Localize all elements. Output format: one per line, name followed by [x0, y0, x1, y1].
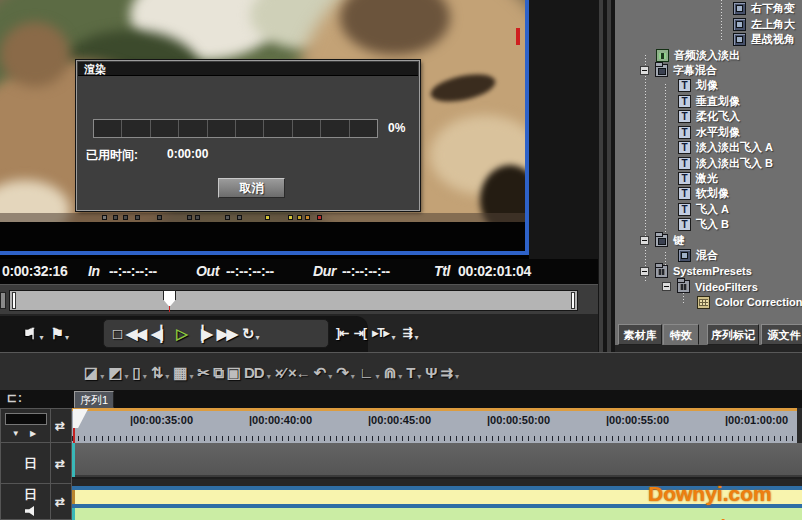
match-frame-button-dropdown[interactable]: ▾	[398, 372, 402, 381]
track-patch-va[interactable]: ⇄	[50, 483, 72, 520]
sequence-tab[interactable]: 序列1	[74, 391, 114, 408]
export-button[interactable]: ⇶	[403, 327, 412, 339]
panel-divider[interactable]	[607, 0, 611, 352]
tree-item-folder[interactable]: 字幕混合	[615, 63, 802, 78]
set-in-point-button-dropdown[interactable]: ▾	[39, 333, 43, 342]
set-out-point-button[interactable]: ⚑	[50, 326, 61, 341]
tree-item-transition[interactable]: 混合	[615, 248, 802, 263]
import-button-dropdown[interactable]: ▾	[165, 372, 169, 381]
position-scrubber[interactable]	[9, 290, 578, 311]
tree-item-title-item[interactable]: 飞入 B	[615, 217, 802, 232]
save-project-button[interactable]: ▦▾	[173, 364, 193, 381]
tree-item-title-item[interactable]: 软划像	[615, 186, 802, 201]
render-export-button[interactable]: ⇉▾	[441, 364, 460, 381]
undo-button[interactable]: ↶▾	[314, 364, 333, 381]
tree-item-sys-folder[interactable]: SystemPresets	[615, 263, 802, 278]
add-title-button[interactable]: T▾	[406, 364, 421, 381]
new-sequence-button-dropdown[interactable]: ▾	[143, 372, 147, 381]
tree-item-transition[interactable]: 右下角变	[615, 1, 802, 16]
panel-tab-inactive[interactable]: 源文件	[761, 324, 802, 345]
tree-item-title-item[interactable]: 水平划像	[615, 125, 802, 140]
rewind-button[interactable]: ◀◀	[126, 326, 145, 341]
panel-tab-inactive[interactable]: 素材库	[618, 324, 662, 345]
meter-mark	[135, 215, 140, 220]
redo-button[interactable]: ↷▾	[336, 364, 355, 381]
tree-item-sys-folder[interactable]: VideoFilters	[615, 279, 802, 294]
copy-button[interactable]: ⧉	[213, 365, 223, 380]
meter-mark	[265, 215, 270, 220]
dialog-titlebar[interactable]: 渲染	[78, 62, 418, 76]
render-export-button-dropdown[interactable]: ▾	[455, 372, 459, 381]
tree-item-transition[interactable]: 左上角大	[615, 16, 802, 31]
collapse-box[interactable]	[640, 267, 649, 276]
track-patch-master[interactable]: ⇄	[50, 408, 72, 443]
scrubber-left-nub[interactable]	[0, 292, 6, 309]
panel-divider[interactable]	[599, 0, 603, 352]
track-header-master[interactable]: ▼ ▶	[0, 408, 51, 443]
set-in-point-button[interactable]: ⚑	[25, 326, 36, 341]
transition-button[interactable]: ◩▾	[108, 364, 128, 381]
match-frame-button[interactable]: ⋒▾	[384, 364, 403, 381]
transition-button-dropdown[interactable]: ▾	[124, 372, 128, 381]
scrubber-playhead[interactable]	[163, 290, 176, 307]
goto-out-button[interactable]: ⇥[	[354, 327, 366, 339]
tree-item-folder[interactable]: 键	[615, 233, 802, 248]
video-track[interactable]	[72, 443, 802, 477]
save-project-button-dropdown[interactable]: ▾	[189, 372, 193, 381]
goto-in-button[interactable]: ]⇤	[336, 327, 348, 339]
ripple-delete-button[interactable]: ×⁄	[275, 365, 284, 380]
duplicate-button[interactable]: DD▾	[244, 364, 271, 381]
voice-over-button[interactable]: Ψ	[425, 365, 436, 380]
new-sequence-button[interactable]: ▯▾	[132, 364, 146, 381]
collapse-box[interactable]	[640, 236, 649, 245]
play-around-cursor-button[interactable]: ▸T▸	[372, 327, 388, 339]
track-name-box[interactable]	[5, 413, 47, 425]
tree-item-title-item[interactable]: 飞入 A	[615, 202, 802, 217]
undo-button-dropdown[interactable]: ▾	[328, 372, 332, 381]
collapse-box[interactable]	[640, 66, 649, 75]
import-button[interactable]: ⇅▾	[151, 364, 170, 381]
tree-item-transition[interactable]: 星战视角	[615, 32, 802, 47]
timeline-corner-icon[interactable]: ⊏:	[7, 391, 23, 405]
tree-item-audio-folder[interactable]: 音频淡入淡出	[615, 47, 802, 62]
next-frame-button[interactable]: ▕▶	[192, 326, 211, 341]
prev-frame-button[interactable]: ◀▏	[151, 326, 170, 341]
cancel-button[interactable]: 取消	[218, 178, 285, 198]
collapse-box[interactable]	[662, 282, 671, 291]
timeline-ruler[interactable]: 0 |00:00:35:00|00:00:40:00|00:00:45:00|0…	[72, 408, 797, 443]
duplicate-button-dropdown[interactable]: ▾	[267, 372, 271, 381]
panel-tab-inactive[interactable]: 序列标记	[707, 324, 759, 345]
paste-button[interactable]: ▣	[227, 365, 240, 380]
redo-button-dropdown[interactable]: ▾	[351, 372, 355, 381]
ruler-edge	[797, 408, 802, 443]
delete-in-out-button[interactable]: ×←	[288, 365, 310, 380]
track-header-va[interactable]: 日	[0, 483, 51, 520]
play-button[interactable]: ▷	[176, 326, 186, 341]
tree-item-title-item[interactable]: 划像	[615, 78, 802, 93]
track-patch-video[interactable]: ⇄	[50, 442, 72, 484]
sequence-tab-strip: ⊏: 序列1	[0, 390, 802, 408]
play-around-cursor-button-dropdown[interactable]: ▾	[392, 333, 396, 342]
add-cut-point-button[interactable]: ∟▾	[359, 364, 380, 381]
track-expand-arrows[interactable]: ▼ ▶	[5, 429, 47, 440]
tree-item-title-item[interactable]: 淡入淡出飞入 B	[615, 155, 802, 170]
tree-item-color[interactable]: Color Correction	[615, 294, 802, 309]
fast-forward-button[interactable]: ▶▶	[217, 326, 236, 341]
loop-playback-button[interactable]: ↻	[242, 326, 253, 341]
fade-button-dropdown[interactable]: ▾	[100, 372, 104, 381]
cut-button[interactable]: ✂	[197, 365, 209, 380]
fade-button[interactable]: ◪▾	[84, 364, 104, 381]
loop-playback-button-dropdown[interactable]: ▾	[256, 333, 260, 342]
export-button-dropdown[interactable]: ▾	[415, 333, 419, 342]
tree-item-title-item[interactable]: 柔化飞入	[615, 109, 802, 124]
set-out-point-button-dropdown[interactable]: ▾	[65, 333, 69, 342]
track-header-video[interactable]: 日	[0, 442, 51, 484]
scrubber-playhead-line	[169, 306, 170, 312]
tree-item-title-item[interactable]: 淡入淡出飞入 A	[615, 140, 802, 155]
stop-button[interactable]: □	[113, 326, 120, 341]
panel-tab-active[interactable]: 特效	[663, 324, 699, 345]
tree-item-title-item[interactable]: 垂直划像	[615, 94, 802, 109]
add-title-button-dropdown[interactable]: ▾	[417, 372, 421, 381]
tree-item-title-item[interactable]: 激光	[615, 171, 802, 186]
add-cut-point-button-dropdown[interactable]: ▾	[376, 372, 380, 381]
